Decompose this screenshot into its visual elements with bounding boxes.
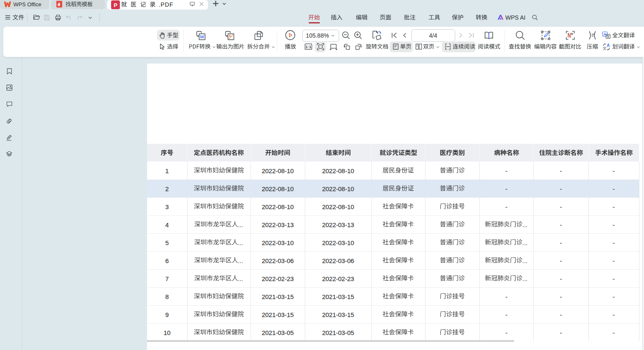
svg-text:1:1: 1:1 xyxy=(305,44,311,49)
svg-text:P: P xyxy=(114,2,117,8)
